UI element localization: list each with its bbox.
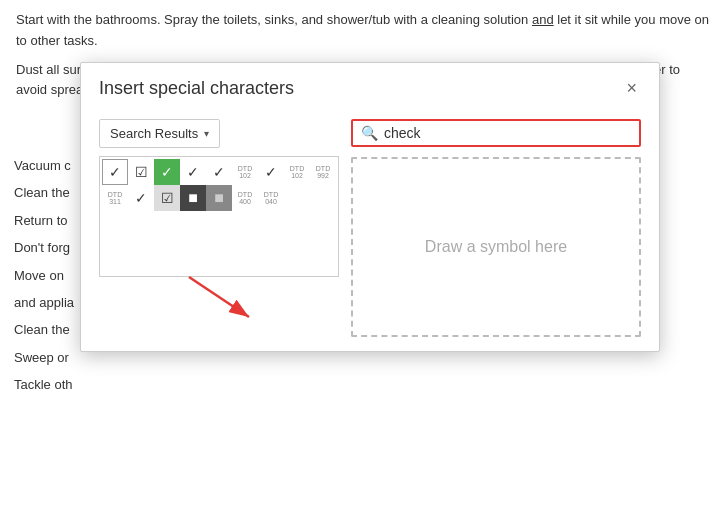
symbol-cell[interactable]: ✓ bbox=[258, 159, 284, 185]
left-panel: Search Results ▾ ✓ ☑ ✓ ✓ ✓ bbox=[99, 119, 339, 337]
modal-close-button[interactable]: × bbox=[622, 77, 641, 99]
chevron-down-icon: ▾ bbox=[204, 128, 209, 139]
symbol-cell[interactable]: DTD992 bbox=[310, 159, 336, 185]
right-panel: 🔍 Draw a symbol here bbox=[351, 119, 641, 337]
symbol-cell[interactable]: ✓ bbox=[154, 159, 180, 185]
symbol-cell[interactable]: ■ bbox=[206, 185, 232, 211]
symbol-cell[interactable]: ✓ bbox=[102, 159, 128, 185]
symbol-cell[interactable]: ✓ bbox=[128, 185, 154, 211]
category-dropdown[interactable]: Search Results ▾ bbox=[99, 119, 220, 148]
symbol-cell[interactable]: ■ bbox=[180, 185, 206, 211]
modal-body: Search Results ▾ ✓ ☑ ✓ ✓ ✓ bbox=[81, 109, 659, 351]
grid-with-scroll: ✓ ☑ ✓ ✓ ✓ DTD102 ✓ DTD102 DTD992 DTD311 bbox=[100, 157, 338, 225]
symbol-cell[interactable]: DTD040 bbox=[258, 185, 284, 211]
insert-special-characters-modal: Insert special characters × Search Resul… bbox=[80, 62, 660, 352]
modal-title: Insert special characters bbox=[99, 78, 294, 99]
svg-line-1 bbox=[189, 277, 249, 317]
search-icon: 🔍 bbox=[361, 125, 378, 141]
modal-overlay: Insert special characters × Search Resul… bbox=[0, 0, 728, 511]
modal-header: Insert special characters × bbox=[81, 63, 659, 109]
annotation-area bbox=[99, 277, 339, 337]
draw-symbol-label: Draw a symbol here bbox=[425, 238, 567, 256]
symbol-cell[interactable]: DTD102 bbox=[284, 159, 310, 185]
search-input[interactable] bbox=[384, 125, 631, 141]
symbol-cell[interactable]: DTD311 bbox=[102, 185, 128, 211]
symbol-cell[interactable]: DTD400 bbox=[232, 185, 258, 211]
dropdown-label: Search Results bbox=[110, 126, 198, 141]
draw-symbol-area[interactable]: Draw a symbol here bbox=[351, 157, 641, 337]
symbol-grid-area: ✓ ☑ ✓ ✓ ✓ DTD102 ✓ DTD102 DTD992 DTD311 bbox=[100, 157, 338, 225]
arrow-annotation bbox=[159, 267, 279, 327]
scroll-bar[interactable]: ▲ ▼ bbox=[338, 157, 339, 225]
symbol-grid-container: ✓ ☑ ✓ ✓ ✓ DTD102 ✓ DTD102 DTD992 DTD311 bbox=[99, 156, 339, 277]
symbol-cell[interactable]: ✓ bbox=[180, 159, 206, 185]
symbol-cell[interactable]: DTD102 bbox=[232, 159, 258, 185]
symbol-cell[interactable]: ☑ bbox=[154, 185, 180, 211]
symbol-cell[interactable]: ☑ bbox=[128, 159, 154, 185]
search-box: 🔍 bbox=[351, 119, 641, 147]
symbol-grid: ✓ ☑ ✓ ✓ ✓ DTD102 ✓ DTD102 DTD992 DTD311 bbox=[100, 157, 338, 213]
symbol-cell[interactable]: ✓ bbox=[206, 159, 232, 185]
